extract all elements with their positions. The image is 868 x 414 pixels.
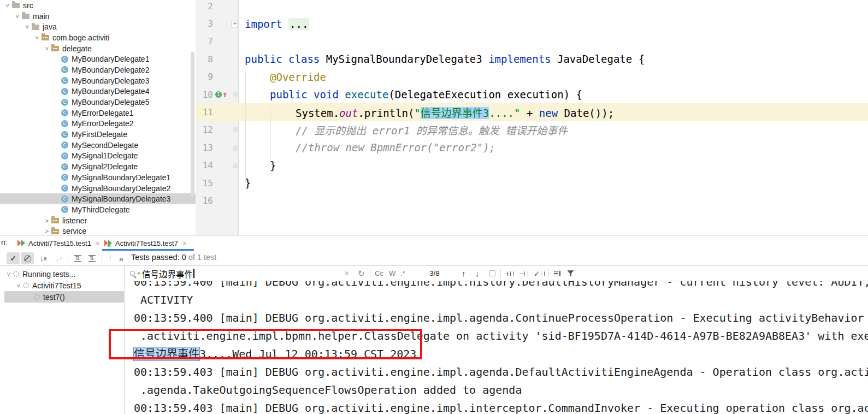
run-label: n:	[1, 238, 8, 247]
next-match-icon[interactable]: ↓	[475, 266, 480, 281]
select-all-occurrences-icon[interactable]: ✓	[534, 266, 545, 281]
filter-lines-icon[interactable]: ≡	[553, 266, 560, 281]
folded-imports-placeholder[interactable]: ...	[288, 18, 309, 30]
code-line[interactable]: 10 public void execute(DelegateExecution…	[196, 86, 868, 103]
tree-item-class[interactable]: MyBoundaryDelegate5	[0, 97, 196, 108]
chevron-down-icon[interactable]	[13, 13, 22, 20]
remove-occurrence-icon[interactable]: −	[519, 266, 528, 281]
tree-item-class-selected[interactable]: MySignalBoundaryDelegate3	[0, 193, 196, 204]
code-line[interactable]: 15 }	[196, 174, 868, 192]
close-tab-icon[interactable]: ×	[182, 239, 187, 247]
line-number[interactable]: 14	[196, 160, 213, 170]
code-line[interactable]: 8 public class MySignalBoundaryDelegate3…	[196, 50, 868, 68]
tree-item-class[interactable]: MySignal2Delegate	[0, 161, 196, 172]
chevron-down-icon[interactable]	[33, 34, 42, 41]
tree-item-class[interactable]: MyErrorDelegate1	[0, 108, 196, 119]
close-tab-icon[interactable]: ×	[96, 239, 100, 247]
chevron-down-icon[interactable]	[43, 45, 51, 52]
tree-item-class[interactable]: MySignal1Delegate	[0, 151, 196, 162]
chevron-right-icon[interactable]	[43, 217, 51, 224]
chevron-down-icon[interactable]	[3, 2, 12, 9]
line-number[interactable]: 2	[196, 1, 213, 11]
test-tree-root[interactable]: Running tests...	[4, 268, 124, 280]
tree-item-class[interactable]: MyFirstDelegate	[0, 129, 196, 140]
sort-by-duration-button[interactable]: ↓≡	[52, 252, 66, 264]
line-number[interactable]: 16	[196, 196, 213, 206]
line-number[interactable]: 15	[196, 178, 213, 188]
test-tree-test7-selected[interactable]: test7()	[4, 291, 124, 303]
tree-item-src[interactable]: src	[0, 0, 196, 11]
fold-region-icon[interactable]	[233, 92, 239, 98]
fold-expand-icon[interactable]	[232, 21, 238, 27]
line-number[interactable]: 8	[196, 54, 213, 64]
tree-item-class[interactable]: MyBoundaryDelegate4	[0, 86, 196, 97]
tree-item-package[interactable]: delegate	[0, 43, 196, 54]
tree-item-class[interactable]: MySignalBoundaryDelegate1	[0, 172, 196, 183]
previous-match-icon[interactable]: ↑	[462, 266, 466, 281]
tree-item-service[interactable]: service	[0, 226, 196, 235]
test-tree-suite[interactable]: Activiti7Test15	[4, 280, 124, 291]
line-number[interactable]: 3	[196, 19, 213, 29]
override-arrow-icon[interactable]	[222, 91, 227, 98]
code-line[interactable]: 7	[196, 33, 868, 50]
tree-item-class[interactable]: MyThirdDelegate	[0, 204, 196, 215]
chevron-down-icon[interactable]	[23, 23, 32, 30]
chevron-down-icon[interactable]	[14, 282, 23, 289]
tree-item-package[interactable]: com.boge.activiti	[0, 32, 196, 43]
regex-toggle[interactable]: .*	[400, 266, 405, 281]
tree-item-class[interactable]: MyBoundaryDelegate1	[0, 54, 196, 64]
tree-item-main[interactable]: main	[0, 11, 196, 22]
code-line[interactable]: 14 }	[196, 157, 868, 174]
words-toggle[interactable]: W	[389, 266, 395, 281]
show-passed-button[interactable]	[7, 252, 20, 264]
code-editor[interactable]: 2 3 import ... 7 8 public class MySignal…	[196, 0, 868, 235]
line-number[interactable]: 13	[196, 143, 213, 153]
search-history-icon[interactable]	[358, 266, 365, 281]
more-actions-chevron[interactable]	[115, 252, 128, 264]
run-tab-test1[interactable]: Activiti7Test15.test1 ×	[14, 235, 103, 251]
tree-item-listener[interactable]: listener	[0, 215, 196, 226]
tree-item-class[interactable]: MySignalBoundaryDelegate2	[0, 183, 196, 194]
line-number[interactable]: 11	[196, 107, 213, 117]
fold-region-end-icon[interactable]	[233, 145, 239, 151]
tree-item-class[interactable]: MySecondDelegate	[0, 140, 196, 151]
chevron-down-icon[interactable]	[4, 271, 13, 277]
class-icon	[61, 163, 68, 170]
tree-item-java[interactable]: java	[0, 21, 196, 32]
fold-region-end-icon[interactable]	[233, 162, 239, 168]
code-line[interactable]: 16	[196, 192, 868, 209]
code-line[interactable]: 13 //throw new BpmnError("error2");	[196, 139, 868, 156]
implementing-method-icon[interactable]	[215, 91, 222, 98]
class-icon	[61, 131, 68, 138]
add-occurrence-icon[interactable]: +	[505, 266, 514, 281]
line-number[interactable]: 10	[196, 90, 213, 100]
project-tree-scrollbar[interactable]	[191, 52, 194, 197]
sort-alphabetically-button[interactable]: ↓az	[37, 252, 50, 264]
console-search-bar[interactable]: 信号边界事件 Cc W .* 3/8 ↑ ↓ + − ✓ ≡	[125, 266, 868, 281]
tree-item-class[interactable]: MyErrorDelegate2	[0, 119, 196, 129]
find-in-selection-icon[interactable]	[489, 266, 495, 281]
code-line[interactable]: 9 @Override	[196, 68, 868, 86]
expand-all-button[interactable]	[71, 252, 84, 264]
show-ignored-button[interactable]	[21, 252, 34, 264]
collapse-all-button[interactable]	[85, 252, 98, 264]
line-number[interactable]: 9	[196, 72, 213, 82]
code-line[interactable]: 12 // 显示的抛出 error1 的异常信息。触发 错误开始事件	[196, 121, 868, 139]
line-number[interactable]: 12	[196, 125, 213, 135]
match-case-toggle[interactable]: Cc	[375, 266, 383, 281]
search-input[interactable]: 信号边界事件	[142, 266, 194, 281]
fold-region-icon[interactable]	[233, 127, 239, 133]
code-line[interactable]: 3 import ...	[196, 15, 868, 32]
code-line-current[interactable]: 11 System.out.println("信号边界事件3...." + ne…	[196, 103, 868, 121]
line-number[interactable]: 7	[196, 36, 213, 46]
run-tab-test7-active[interactable]: Activiti7Test15.test7 ×	[101, 235, 190, 251]
chevron-right-icon[interactable]	[43, 228, 51, 234]
folder-icon	[22, 13, 30, 20]
search-options-arrow[interactable]	[137, 273, 140, 275]
search-icon[interactable]	[130, 266, 140, 281]
code-line[interactable]: 2	[196, 0, 868, 15]
tree-item-class[interactable]: MyBoundaryDelegate2	[0, 64, 196, 75]
clear-search-icon[interactable]	[344, 266, 349, 281]
filter-funnel-icon[interactable]	[567, 266, 574, 281]
tree-item-class[interactable]: MyBoundaryDelegate3	[0, 75, 196, 86]
